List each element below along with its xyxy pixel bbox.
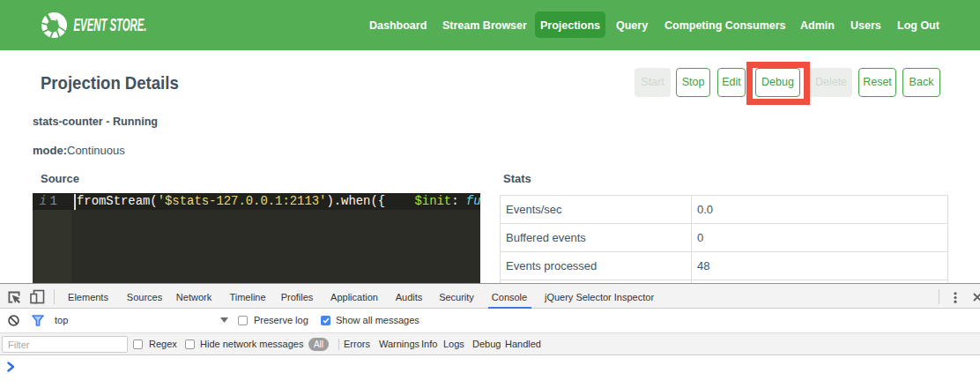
- svg-text:EVENT STORE.: EVENT STORE.: [74, 15, 147, 34]
